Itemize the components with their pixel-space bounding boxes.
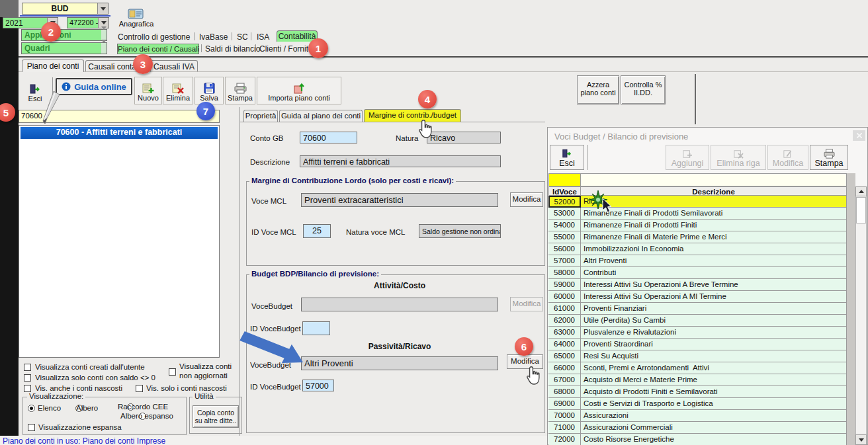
filter-cell-idvoce[interactable] <box>548 173 581 186</box>
id-voce-mcl-field[interactable]: 25 <box>303 224 331 238</box>
attivita-costo-heading: Attività/Costo <box>301 281 498 290</box>
cell-descrizione: Immobilizzazioni In Economia <box>581 243 847 255</box>
table-row[interactable]: 66000Sconti, Premi e Arrotondamenti Atti… <box>548 362 847 374</box>
copia-conto-button[interactable]: Copia conto su altre ditte.. <box>193 405 239 428</box>
formtab-margine-budget[interactable]: Margine di contrib./budget <box>364 109 461 122</box>
list-item-selected[interactable]: 70600 - Affitti terreni e fabbricati <box>21 127 218 139</box>
bud-combo-arrow[interactable] <box>97 3 108 14</box>
scrollbar-down-button[interactable] <box>855 434 867 445</box>
radio-elenco[interactable] <box>28 405 35 412</box>
applicazioni-arrow[interactable] <box>101 30 107 40</box>
cell-idvoce: 61000 <box>548 303 581 315</box>
cell-idvoce: 52000 <box>548 196 581 208</box>
cell-idvoce: 60000 <box>548 291 581 303</box>
table-row[interactable]: 63000Plusvalenze e Rivalutazioni <box>548 327 847 339</box>
table-row[interactable]: 69000Costi e Servizi di Trasporto e Logi… <box>548 398 847 410</box>
tab-causali-iva[interactable]: Causali IVA <box>150 60 198 72</box>
close-icon <box>857 133 862 138</box>
table-row[interactable]: 58000Contributi <box>548 267 847 279</box>
salva-button[interactable]: Salva <box>195 77 224 104</box>
pen-cursor <box>38 90 62 126</box>
table-row[interactable]: 54000Rimanenze Finali di Prodotti Finiti <box>548 220 847 231</box>
column-header-descrizione[interactable]: Descrizione <box>580 186 847 196</box>
table-row[interactable]: 70000Assicurazioni <box>548 410 847 422</box>
toolbar-right-divider <box>695 74 696 124</box>
menu-saldi-di-bilancio[interactable]: Saldi di bilancio <box>205 44 260 54</box>
quadri-label: Quadri <box>22 43 101 54</box>
column-header-idvoce[interactable]: IdVoce <box>548 186 581 196</box>
anagrafica-button[interactable]: Anagrafica <box>117 3 155 30</box>
visualizzazione-group-title: Visualizzazione: <box>27 392 85 400</box>
table-row[interactable]: 72000Costo Risorse Energetiche <box>548 434 847 445</box>
guida-online-button[interactable]: Guida online <box>56 78 132 95</box>
menu-ivabase[interactable]: IvaBase <box>199 32 228 42</box>
id-voce-budget-pas-field[interactable]: 57000 <box>302 380 334 391</box>
tab-piano-dei-conti[interactable]: Piano dei conti <box>22 60 84 72</box>
voce-budget-pas-field: Altri Proventi <box>301 356 498 370</box>
importa-piano-conti-button[interactable]: Importa piano conti <box>257 77 341 104</box>
table-row[interactable]: 59000Interessi Attivi Su Operazioni A Br… <box>548 279 847 291</box>
table-row[interactable]: 60000Interessi Attivi Su Operazioni A Ml… <box>548 291 847 303</box>
azzera-piano-conti-button[interactable]: Azzera piano conti <box>577 75 619 104</box>
voce-mcl-label: Voce MCL <box>251 197 286 205</box>
checkbox-non-aggiornati[interactable] <box>169 368 176 376</box>
quadri-arrow[interactable] <box>101 43 107 54</box>
table-row[interactable]: 68000Acquisto di Prodotti Finiti e Semil… <box>548 386 847 398</box>
year-combo-value: 2021 <box>3 18 47 28</box>
formtab-proprieta[interactable]: Proprietà <box>243 110 278 122</box>
checkbox-saldo-diverso-zero[interactable] <box>24 374 31 382</box>
natura-field: Ricavo <box>427 132 501 143</box>
anagrafica-label: Anagrafica <box>119 20 154 28</box>
filter-cell-descrizione[interactable] <box>580 173 847 186</box>
table-row[interactable]: 55000Rimanenze Finali di Materie Prime e… <box>548 231 847 243</box>
scrollbar-up-button[interactable] <box>855 186 867 196</box>
controlla-iidd-button[interactable]: Controlla % II.DD. <box>621 75 666 104</box>
table-row[interactable]: 71000Assicurazioni Commerciali <box>548 422 847 434</box>
table-row[interactable]: 64000Proventi Straordinari <box>548 339 847 350</box>
applicazioni-selector[interactable]: Applicazioni <box>21 29 107 41</box>
checkbox-non-aggiornati-label1: Visualizza conti <box>179 362 232 370</box>
menu-piano-dei-conti-causali[interactable]: Piano dei conti / Causali <box>117 44 199 54</box>
scrollbar-thumb[interactable] <box>856 197 866 223</box>
cell-idvoce: 53000 <box>548 208 581 220</box>
nuovo-button[interactable]: Nuovo <box>134 77 162 104</box>
cell-descrizione: Costi e Servizi di Trasporto e Logistica <box>581 398 847 410</box>
conto-gb-field[interactable]: 70600 <box>300 132 357 143</box>
close-button[interactable] <box>853 130 865 141</box>
formtab-guida-piano[interactable]: Guida al piano dei conti <box>279 110 363 122</box>
voce-budget-att-field <box>301 298 498 311</box>
cell-idvoce: 69000 <box>548 398 581 410</box>
menu-isa[interactable]: ISA <box>257 32 269 42</box>
cell-idvoce: 67000 <box>548 374 581 386</box>
table-row[interactable]: 57000Altri Proventi <box>548 255 847 267</box>
radio-albero-espanso-label: Albero espanso <box>120 412 173 420</box>
menu-controllo-di-gestione[interactable]: Controllo di gestione <box>118 32 190 42</box>
stampa-button[interactable]: Stampa <box>225 77 255 104</box>
click-starburst-cursor <box>585 190 614 216</box>
app-window: BUD 2021 472200 - Applicazioni Quadri An… <box>0 0 868 445</box>
azzera-label-line2: piano conti <box>578 89 619 97</box>
menu-sc[interactable]: SC <box>237 32 248 42</box>
account-list[interactable]: 70600 - Affitti terreni e fabbricati <box>19 125 220 358</box>
quadri-selector[interactable]: Quadri <box>21 42 107 54</box>
table-row[interactable]: 61000Proventi Finanziari <box>548 303 847 315</box>
checkbox-conti-utente[interactable] <box>24 364 31 371</box>
natura-label: Natura <box>396 134 419 142</box>
bud-combo[interactable]: BUD <box>22 3 108 15</box>
hand-cursor-modifica <box>525 366 543 387</box>
voci-budget-window-title: Voci Budget / Bilancio di previsione <box>554 132 688 142</box>
table-row[interactable]: 67000Acquisto di Merci e Materie Prime <box>548 374 847 386</box>
overlay-stampa-button[interactable]: Stampa <box>810 145 848 170</box>
modifica-mcl-button[interactable]: Modifica <box>510 192 543 207</box>
checkbox-anche-nascosti[interactable] <box>24 385 31 392</box>
checkbox-visualizzazione-espansa[interactable] <box>28 424 35 431</box>
elimina-button[interactable]: Elimina <box>163 77 193 104</box>
table-row[interactable]: 62000Utile (Perdita) Su Cambi <box>548 315 847 327</box>
overlay-esci-button[interactable]: Esci <box>550 145 584 170</box>
table-row[interactable]: 65000Resi Su Acquisti <box>548 350 847 362</box>
table-row[interactable]: 56000Immobilizzazioni In Economia <box>548 243 847 255</box>
chevron-down-icon <box>101 7 106 13</box>
checkbox-solo-nascosti[interactable] <box>136 385 143 392</box>
table-scrollbar[interactable] <box>855 186 867 445</box>
cell-descrizione: Contributi <box>581 267 847 279</box>
